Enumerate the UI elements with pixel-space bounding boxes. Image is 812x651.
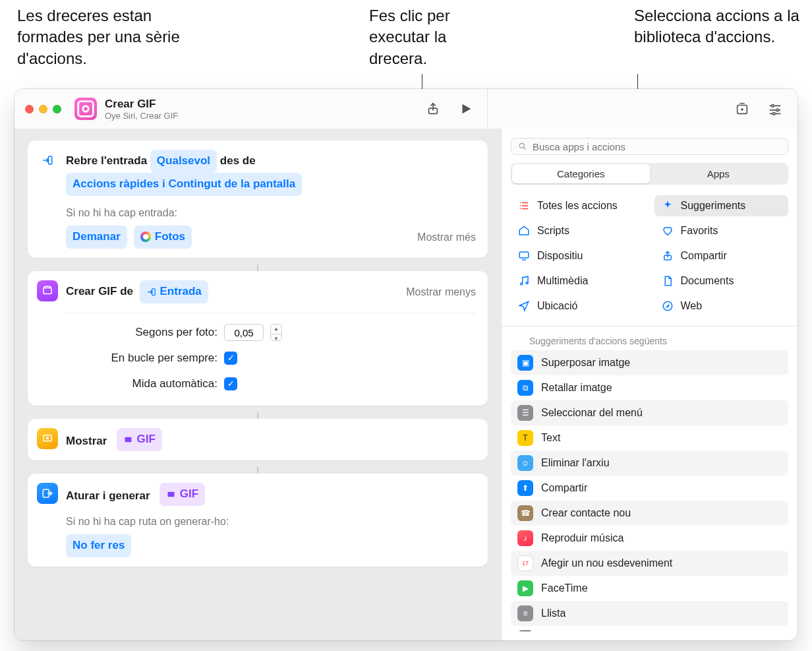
sugg-play-music[interactable]: ♪Reproduir música [511,526,788,551]
show-gif-token[interactable]: GIF [117,428,162,451]
photos-icon [140,232,151,242]
gif-icon [37,280,58,301]
sugg-crop-image[interactable]: ⧉Retallar imatge [511,375,788,400]
voice-memo-icon: ║ [517,631,533,631]
receive-source-token[interactable]: Accions ràpides i Contingut de la pantal… [66,173,302,196]
cat-location[interactable]: Ubicació [511,295,645,317]
text-icon: T [517,430,533,446]
crop-icon: ⧉ [517,380,533,396]
shortcut-subtitle: Oye Siri, Crear GIF [105,111,178,121]
makegif-title: Crear GIF de [66,282,133,301]
sugg-new-event[interactable]: 17Afegir un nou esdeveniment [511,551,788,576]
title-block: Crear GIF Oye Siri, Crear GIF [105,98,178,121]
stop-ifnone-label: Si no hi ha cap ruta on generar-ho: [66,512,476,530]
tab-apps[interactable]: Apps [650,164,788,183]
stop-title: Aturar i generar [66,489,150,502]
location-icon [517,299,531,313]
shortcuts-editor-window: Crear GIF Oye Siri, Crear GIF [14,89,798,640]
action-show[interactable]: Mostrar GIF [28,419,488,460]
cat-documents[interactable]: Documents [654,270,789,292]
tag-icon [517,224,531,237]
zoom-window[interactable] [53,105,61,113]
overlay-icon: ▣ [517,355,533,371]
traffic-lights [25,105,61,113]
cat-web[interactable]: Web [654,295,789,317]
quicklook-icon [37,428,58,449]
sugg-new-contact[interactable]: ☎Crear contacte nou [511,501,788,526]
shortcut-title[interactable]: Crear GIF [105,98,178,111]
action-stop-output[interactable]: Aturar i generar GIF Si no hi ha cap rut… [28,474,488,567]
list-action-icon: ≡ [517,605,533,621]
search-icon [518,142,527,151]
action-library-panel: Categories Apps Totes les accions Sugger… [501,129,798,640]
svg-rect-10 [44,435,51,441]
cat-share[interactable]: Compartir [654,245,789,266]
seconds-stepper[interactable]: ▲▼ [270,324,282,341]
run-button[interactable] [454,97,478,121]
category-grid: Totes les accions Suggeriments Scripts F… [511,195,788,317]
safari-icon [661,299,674,313]
cat-device[interactable]: Dispositiu [511,245,645,266]
svg-rect-8 [44,288,51,294]
sugg-delete-file[interactable]: ☺Eliminar l'arxiu [511,450,788,476]
share-action-icon: ⬆ [517,480,533,496]
receive-verb: Rebre l'entrada [66,154,147,167]
seconds-input[interactable] [224,324,264,341]
search-field[interactable] [511,138,788,155]
sparkle-icon [661,199,674,212]
sugg-facetime[interactable]: ▶FaceTime [511,576,788,601]
sugg-record-voice[interactable]: ║Gravar una nova nota de veu [511,626,788,631]
sugg-overlay-image[interactable]: ▣Superposar imatge [511,350,788,375]
search-input[interactable] [533,141,781,152]
tab-categories[interactable]: Categories [512,164,650,183]
loop-checkbox[interactable]: ✓ [224,352,237,365]
document-icon [661,274,674,288]
calendar-icon: 17 [517,555,533,571]
settings-button[interactable] [763,97,787,121]
close-window[interactable] [25,105,34,113]
contact-icon: ☎ [517,505,533,521]
svg-rect-14 [167,492,174,497]
seconds-label: Segons per foto: [66,323,218,342]
stepper-up[interactable]: ▲ [271,325,281,334]
svg-rect-12 [125,437,131,443]
show-more-button[interactable]: Mostrar més [417,228,476,246]
receive-ifnone-label: Si no hi ha cap entrada: [66,204,476,222]
autosize-checkbox[interactable]: ✓ [224,377,237,390]
action-library-button[interactable] [730,97,754,121]
cat-suggestions[interactable]: Suggeriments [654,195,789,216]
shortcut-icon [74,98,97,120]
actions-editor[interactable]: Rebre l'entrada Qualsevol des de Accions… [14,129,501,640]
toolbar-divider [487,89,488,129]
sugg-list[interactable]: ≡Llista [511,601,788,626]
svg-point-1 [83,106,89,112]
cat-favorites[interactable]: Favorits [654,220,789,241]
stop-gif-token[interactable]: GIF [160,483,205,506]
receive-type-token[interactable]: Qualsevol [150,150,217,173]
stop-donothing-token[interactable]: No fer res [66,534,131,557]
cat-media[interactable]: Multimèdia [511,270,645,292]
cat-scripts[interactable]: Scripts [511,220,645,241]
sugg-choose-menu[interactable]: ☰Seleccionar del menú [511,400,788,425]
menu-icon: ☰ [517,405,533,421]
svg-point-5 [776,109,779,111]
show-less-button[interactable]: Mostrar menys [406,283,476,301]
share-button[interactable] [421,97,445,121]
facetime-icon: ▶ [517,580,533,596]
share-icon [661,249,674,263]
sugg-share[interactable]: ⬆Compartir [511,476,788,501]
receive-photos-token[interactable]: Fotos [134,226,192,249]
list-icon [517,199,531,212]
receive-ask-token[interactable]: Demanar [66,226,127,249]
show-title: Mostrar [66,435,107,447]
svg-point-11 [47,437,49,439]
minimize-window[interactable] [39,105,47,113]
finder-icon: ☺ [517,455,533,471]
action-receive-input[interactable]: Rebre l'entrada Qualsevol des de Accions… [28,140,488,258]
cat-all-actions[interactable]: Totes les accions [511,195,645,216]
action-make-gif[interactable]: Crear GIF de Entrada Mostrar menys Seg [28,271,488,406]
makegif-input-token[interactable]: Entrada [140,280,208,303]
sugg-text[interactable]: TText [511,425,788,450]
stepper-down[interactable]: ▼ [271,334,281,344]
output-icon [37,483,58,504]
